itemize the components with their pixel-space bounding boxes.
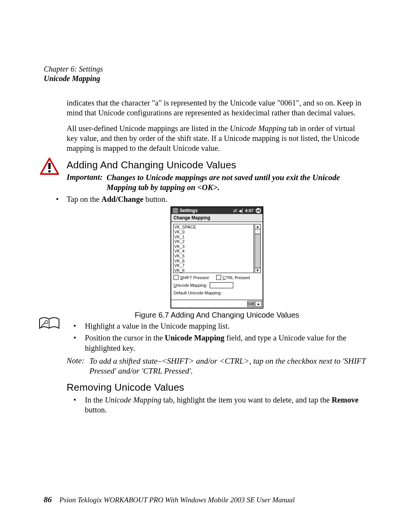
device-time: 4:07 (244, 208, 254, 213)
li-bold: Remove (331, 396, 358, 404)
device-screenshot: Settings ǀ 4:07 ok Change Mapping VK_SPA… (170, 206, 263, 308)
ctrl-pressed-checkbox[interactable]: CTRL Pressed (216, 275, 250, 280)
list-item[interactable]: VK_4 (174, 249, 185, 253)
running-header: Chapter 6: Settings Unicode Mapping (44, 65, 367, 83)
paragraph-1: indicates that the character "a" is repr… (67, 98, 367, 118)
section-line: Unicode Mapping (44, 74, 367, 83)
keyboard-icon[interactable] (247, 301, 254, 307)
figure-caption: Figure 6.7 Adding And Changing Unicode V… (67, 311, 367, 320)
list-item[interactable]: VK_6 (174, 259, 185, 263)
important-body: Changes to Unicode mappings are not save… (107, 173, 367, 193)
note-dash: – (158, 356, 162, 366)
li-post: button. (143, 195, 167, 203)
scroll-down-icon[interactable] (255, 268, 260, 273)
list-item[interactable]: VK_5 (174, 254, 185, 258)
open-book-icon (39, 316, 60, 331)
figure-6-7: Settings ǀ 4:07 ok Change Mapping VK_SPA… (67, 206, 367, 320)
list-item: Highlight a value in the Unicode mapping… (67, 321, 367, 331)
svg-rect-1 (48, 163, 51, 169)
bullet-list-3: In the Unicode Mapping tab, highlight th… (67, 395, 367, 415)
unicode-mapping-input[interactable] (210, 282, 233, 288)
checkbox-icon[interactable] (174, 275, 178, 280)
important-note: Important: Changes to Unicode mappings a… (67, 173, 367, 193)
list-item[interactable]: VK_3 (174, 244, 185, 249)
speaker-icon: ǀ (239, 208, 243, 213)
page-footer: 86 Psion Teklogix WORKABOUT PRO With Win… (44, 495, 367, 505)
chapter-line: Chapter 6: Settings (44, 65, 367, 73)
device-title: Settings (180, 208, 232, 213)
li-bold: Unicode Mapping (165, 334, 225, 342)
vk-listbox[interactable]: VK_SPACE VK_0 VK_1 VK_2 VK_3 VK_4 VK_5 V… (173, 224, 254, 273)
scroll-track[interactable] (255, 234, 260, 268)
list-item: In the Unicode Mapping tab, highlight th… (67, 395, 367, 415)
li-pre: Tap on the (67, 195, 101, 203)
li-mid: tab, highlight the item you want to dele… (161, 396, 331, 404)
list-item[interactable]: VK_7 (174, 263, 185, 268)
p2-em: Unicode Mapping (230, 124, 287, 133)
ok-button[interactable]: ok (256, 208, 261, 213)
device-titlebar: Settings ǀ 4:07 ok (171, 207, 263, 214)
windows-icon (173, 208, 178, 213)
page-number: 86 (44, 495, 52, 505)
bullet-list-2: Highlight a value in the Unicode mapping… (67, 321, 367, 353)
li-em: Unicode Mapping (105, 396, 161, 404)
ctrl-pressed-label: CTRL Pressed (223, 275, 250, 280)
network-icon (233, 208, 237, 213)
svg-point-2 (48, 170, 51, 173)
heading-removing: Removing Unicode Values (67, 382, 367, 393)
unicode-mapping-label: Unicode Mapping: (174, 283, 207, 288)
li-bold: Add/Change (101, 195, 143, 203)
paragraph-2: All user-defined Unicode mappings are li… (67, 124, 367, 153)
svg-point-3 (45, 321, 48, 324)
list-item: Tap on the Add/Change button. (51, 194, 367, 204)
page: Chapter 6: Settings Unicode Mapping indi… (0, 0, 411, 532)
list-item[interactable]: VK_2 (174, 239, 185, 244)
sip-up-icon[interactable] (255, 301, 262, 307)
note-block: Note: To add a shifted state–<SHIFT> and… (67, 356, 367, 376)
bullet-list-1: Tap on the Add/Change button. (67, 194, 367, 204)
checkbox-icon[interactable] (216, 275, 221, 280)
list-item[interactable]: VK_8 (174, 268, 185, 273)
note-label: Note: (67, 356, 89, 366)
important-label: Important: (67, 173, 107, 182)
note-pre: To add a shifted state (89, 356, 158, 366)
device-bottom-bar (171, 300, 263, 308)
body-content: indicates that the character "a" is repr… (67, 98, 367, 415)
device-tab: Change Mapping (171, 214, 263, 222)
heading-adding-changing: Adding And Changing Unicode Values (67, 159, 367, 171)
li-post: button. (85, 406, 107, 414)
li-pre: In the (85, 396, 105, 404)
warning-triangle-icon (40, 158, 59, 175)
list-item[interactable]: VK_0 (174, 230, 185, 234)
shift-pressed-label: SHIFT Pressed (180, 275, 209, 280)
list-item[interactable]: VK_SPACE (174, 225, 196, 229)
scrollbar[interactable] (255, 224, 261, 273)
default-unicode-mapping-label: Default Unicode Mapping: (174, 291, 222, 295)
scroll-up-icon[interactable] (255, 224, 260, 229)
p2-pre: All user-defined Unicode mappings are li… (67, 124, 230, 133)
list-item[interactable]: VK_1 (174, 235, 185, 239)
scroll-thumb[interactable] (255, 229, 260, 234)
note-body: To add a shifted state–<SHIFT> and/or <C… (89, 356, 367, 376)
footer-text: Psion Teklogix WORKABOUT PRO With Window… (59, 496, 295, 504)
list-item: Position the cursor in the Unicode Mappi… (67, 333, 367, 353)
shift-pressed-checkbox[interactable]: SHIFT Pressed (174, 275, 209, 280)
li-pre: Position the cursor in the (85, 334, 165, 342)
